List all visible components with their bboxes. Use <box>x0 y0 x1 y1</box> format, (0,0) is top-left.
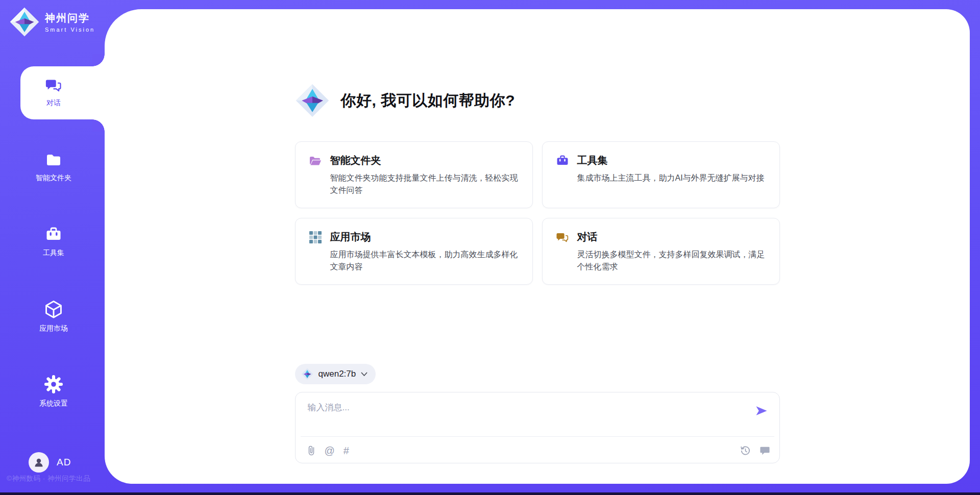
gear-icon <box>43 374 64 394</box>
mention-button[interactable]: @ <box>325 445 335 456</box>
model-logo-icon <box>301 368 313 380</box>
send-icon <box>754 404 769 418</box>
message-input[interactable] <box>307 401 748 431</box>
card-description: 灵活切换多模型文件，支持多样回复效果调试，满足个性化需求 <box>577 249 766 273</box>
send-button[interactable] <box>754 404 769 419</box>
copyright: ©神州数码 · 神州问学出品 <box>7 474 90 483</box>
chat-bubbles-icon <box>45 77 62 94</box>
sidebar-item-smart-folder[interactable]: 智能文件夹 <box>0 151 107 183</box>
card-description: 应用市场提供丰富长文本模板，助力高效生成多样化文章内容 <box>330 249 519 273</box>
history-button[interactable] <box>740 445 751 456</box>
window-bottom-edge <box>0 492 980 495</box>
greeting-title: 你好, 我可以如何帮助你? <box>341 90 516 111</box>
sidebar-item-label: 智能文件夹 <box>36 174 71 183</box>
sidebar-item-label: 工具集 <box>43 249 64 258</box>
hashtag-button[interactable]: # <box>344 445 349 456</box>
card-toolset[interactable]: 工具集 集成市场上主流工具，助力AI与外界无缝扩展与对接 <box>542 141 780 208</box>
toolbox-icon <box>44 226 63 244</box>
toolbox-icon <box>556 154 569 167</box>
attach-button[interactable] <box>307 445 316 456</box>
model-selector[interactable]: qwen2:7b <box>295 364 376 384</box>
card-description: 集成市场上主流工具，助力AI与外界无缝扩展与对接 <box>577 172 766 184</box>
brand-name: 神州问学 <box>45 11 95 25</box>
at-icon: @ <box>325 445 335 456</box>
hash-icon: # <box>344 445 349 456</box>
toolbar-left: @ # <box>307 445 349 456</box>
composer: qwen2:7b <box>295 364 780 463</box>
brand-subtitle: Smart Vision <box>45 27 95 33</box>
user-profile[interactable]: AD <box>0 452 107 473</box>
history-icon <box>740 445 751 456</box>
chat-bubbles-icon <box>556 231 569 244</box>
message-icon <box>760 445 770 456</box>
greeting: 你好, 我可以如何帮助你? <box>295 83 780 118</box>
user-name: AD <box>57 457 71 468</box>
sidebar-item-label: 应用市场 <box>39 324 68 333</box>
card-title: 对话 <box>577 230 598 244</box>
conversations-button[interactable] <box>760 445 770 456</box>
sidebar-item-settings[interactable]: 系统设置 <box>0 374 107 408</box>
folder-open-icon <box>309 154 322 167</box>
avatar <box>29 452 49 473</box>
sidebar-item-label: 系统设置 <box>39 399 68 408</box>
card-header: 智能文件夹 <box>309 154 519 167</box>
active-tab-fillet-bottom <box>92 119 105 132</box>
assistant-logo-icon <box>295 83 330 118</box>
feature-cards: 智能文件夹 智能文件夹功能支持批量文件上传与清洗，轻松实现文件问答 工具集 <box>295 141 780 285</box>
active-tab-fillet-top <box>92 54 105 66</box>
cube-icon <box>43 299 64 319</box>
sidebar: 神州问学 Smart Vision 对话 <box>0 0 107 495</box>
brand-text: 神州问学 Smart Vision <box>45 11 95 33</box>
composer-divider <box>301 436 774 437</box>
brand: 神州问学 Smart Vision <box>9 7 95 37</box>
content-column: 你好, 我可以如何帮助你? 智能文件夹 智能文件夹功能支持批量文件上传与清洗，轻… <box>295 9 780 463</box>
card-title: 应用市场 <box>330 230 371 244</box>
sidebar-item-chat[interactable]: 对话 <box>0 77 107 108</box>
grid-icon <box>309 231 322 244</box>
chevron-down-icon <box>361 372 368 377</box>
person-icon <box>33 456 45 468</box>
card-smart-folder[interactable]: 智能文件夹 智能文件夹功能支持批量文件上传与清洗，轻松实现文件问答 <box>295 141 533 208</box>
paperclip-icon <box>307 445 316 456</box>
main-panel: 你好, 我可以如何帮助你? 智能文件夹 智能文件夹功能支持批量文件上传与清洗，轻… <box>105 9 970 484</box>
sidebar-item-toolset[interactable]: 工具集 <box>0 226 107 258</box>
toolbar-right <box>740 445 770 456</box>
folder-icon <box>44 151 63 169</box>
card-description: 智能文件夹功能支持批量文件上传与清洗，轻松实现文件问答 <box>330 172 519 196</box>
app-root: 神州问学 Smart Vision 对话 <box>0 0 980 495</box>
sidebar-item-label: 对话 <box>46 98 61 108</box>
card-title: 智能文件夹 <box>330 154 381 167</box>
model-name: qwen2:7b <box>318 369 356 379</box>
card-header: 应用市场 <box>309 230 519 244</box>
card-header: 对话 <box>556 230 766 244</box>
brand-logo-icon <box>9 7 40 37</box>
card-chat[interactable]: 对话 灵活切换多模型文件，支持多样回复效果调试，满足个性化需求 <box>542 218 780 285</box>
card-header: 工具集 <box>556 154 766 167</box>
card-app-market[interactable]: 应用市场 应用市场提供丰富长文本模板，助力高效生成多样化文章内容 <box>295 218 533 285</box>
message-input-box: @ # <box>295 392 780 463</box>
card-title: 工具集 <box>577 154 608 167</box>
composer-toolbar: @ # <box>307 445 770 456</box>
sidebar-item-app-market[interactable]: 应用市场 <box>0 299 107 333</box>
